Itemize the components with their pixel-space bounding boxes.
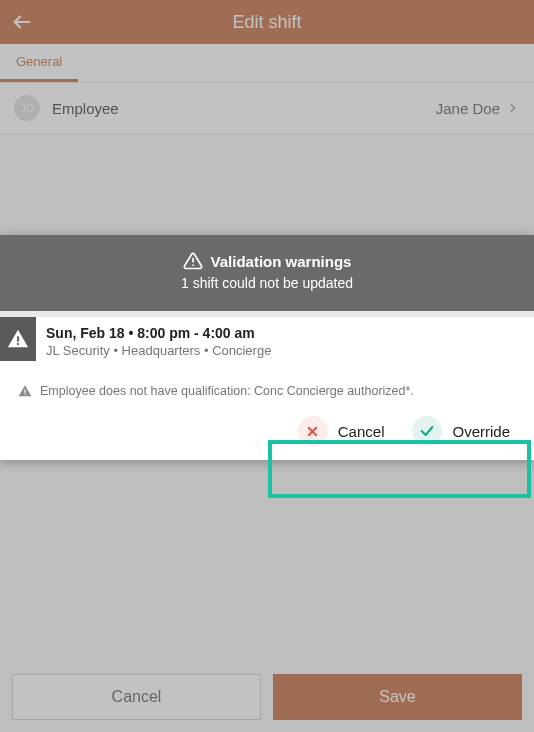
modal-actions: Cancel Override — [0, 406, 534, 460]
warning-triangle-icon — [183, 251, 203, 271]
x-icon — [305, 424, 320, 439]
svg-rect-6 — [24, 394, 25, 395]
validation-modal: Validation warnings 1 shift could not be… — [0, 235, 534, 460]
modal-cancel-button[interactable]: Cancel — [298, 416, 385, 446]
shift-title: Sun, Feb 18 • 8:00 pm - 4:00 am — [46, 325, 271, 341]
svg-rect-5 — [24, 389, 25, 393]
shift-warning-badge — [0, 317, 36, 361]
check-icon — [419, 423, 435, 439]
cancel-icon-circle — [298, 416, 328, 446]
modal-header: Validation warnings 1 shift could not be… — [0, 235, 534, 311]
modal-subtitle: 1 shift could not be updated — [10, 275, 524, 291]
shift-row: Sun, Feb 18 • 8:00 pm - 4:00 am JL Secur… — [0, 311, 534, 366]
modal-title: Validation warnings — [211, 253, 352, 270]
override-icon-circle — [412, 416, 442, 446]
warning-triangle-icon — [18, 384, 32, 398]
modal-override-button[interactable]: Override — [412, 416, 510, 446]
modal-override-label: Override — [452, 423, 510, 440]
modal-cancel-label: Cancel — [338, 423, 385, 440]
warning-triangle-icon — [7, 328, 29, 350]
app-root: Edit shift General JD Employee Jane Doe … — [0, 0, 534, 732]
shift-subtitle: JL Security • Headquarters • Concierge — [46, 343, 271, 358]
svg-rect-4 — [17, 343, 19, 345]
warning-text: Employee does not have qualification: Co… — [40, 384, 414, 398]
warning-line: Employee does not have qualification: Co… — [0, 366, 534, 406]
svg-rect-3 — [17, 336, 19, 342]
